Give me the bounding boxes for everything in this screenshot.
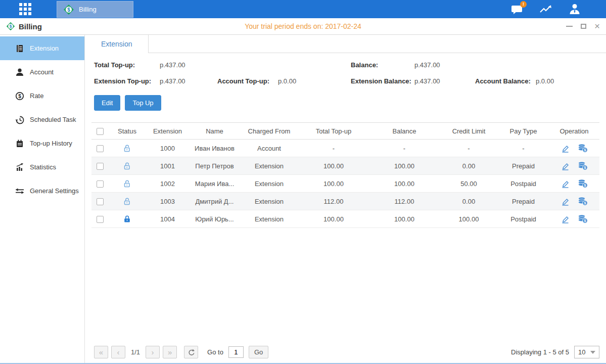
cell-pay-type: Prepaid [498,193,549,210]
page-size-select[interactable]: 10 [574,346,599,358]
table-header-row: Status Extension Name Charged From Total… [91,123,599,140]
tab-extension[interactable]: Extension [85,35,149,53]
cell-credit-limit: - [440,140,498,157]
main-content: Extension Total Top-up: p.437.00 Extensi… [85,35,606,363]
sidebar-item-general-settings[interactable]: General Settings [0,179,84,203]
header-balance: Balance [369,123,440,140]
billing-summary: Total Top-up: p.437.00 Extension Top-up:… [85,53,606,94]
topup-extension-icon[interactable]: $ [578,144,588,153]
cell-charged-from: Extension [240,193,298,210]
svg-text:$: $ [584,184,586,188]
user-button[interactable] [569,4,581,15]
cell-extension: 1000 [146,140,189,157]
sidebar-item-statistics[interactable]: Statistics [0,155,84,179]
header-status: Status [108,123,146,140]
account-topup-label: Account Top-up: [217,77,278,85]
cell-name: Юрий Юрь... [189,210,240,228]
cell-balance: - [369,140,440,157]
row-checkbox[interactable] [97,163,104,170]
svg-text:$: $ [584,219,586,223]
topup-extension-icon[interactable]: $ [578,214,588,223]
topbar-tab-billing[interactable]: $ Billing [57,1,133,18]
topup-extension-icon[interactable]: $ [578,179,588,188]
last-page-button[interactable]: » [163,346,177,358]
sidebar: Extension Account $ Rate [0,35,85,363]
extension-table-body: 1000 Иван Иванов Account - - - - [91,140,599,228]
row-checkbox[interactable] [97,198,104,205]
row-checkbox[interactable] [97,216,104,223]
cell-extension: 1004 [146,210,189,228]
cell-pay-type: - [498,140,549,157]
ledger-icon [15,44,24,53]
page-indicator: 1/1 [131,348,140,356]
status-lock-icon [123,161,131,169]
edit-button[interactable]: Edit [94,95,120,111]
close-icon[interactable]: × [594,22,600,30]
notifications-button[interactable]: ! [511,4,523,15]
maximize-icon[interactable] [581,22,586,30]
statistics-topbar-button[interactable] [539,4,552,14]
table-row[interactable]: 1003 Дмитрий Д... Extension 112.00 112.0… [91,193,599,210]
edit-extension-icon[interactable] [561,179,570,188]
minimize-icon[interactable] [566,22,573,30]
toolbar: Edit Top Up [94,95,606,111]
window-title: Billing [19,22,42,31]
table-row[interactable]: 1002 Мария Ива... Extension 100.00 100.0… [91,175,599,193]
sliders-icon [15,187,24,196]
cell-credit-limit: 50.00 [440,175,498,193]
sidebar-item-rate[interactable]: $ Rate [0,84,84,108]
edit-extension-icon[interactable] [561,144,570,153]
cell-charged-from: Extension [240,210,298,228]
account-balance-label: Account Balance: [475,77,536,85]
account-balance-value: p.0.00 [536,77,554,85]
next-page-button[interactable]: › [146,346,160,358]
svg-text:$: $ [584,166,586,170]
topup-extension-icon[interactable]: $ [578,161,588,170]
window-controls: × [566,22,600,30]
cell-extension: 1001 [146,157,189,175]
status-lock-icon [123,197,131,204]
refresh-button[interactable] [184,346,198,358]
cell-balance: 100.00 [369,157,440,175]
sidebar-item-account[interactable]: Account [0,60,84,84]
extension-table: Status Extension Name Charged From Total… [91,122,599,228]
extension-balance-label: Extension Balance: [351,77,414,85]
edit-extension-icon[interactable] [561,215,570,223]
first-page-button[interactable]: « [94,346,108,358]
topup-extension-icon[interactable]: $ [578,197,588,206]
sidebar-item-label: Scheduled Task [30,116,76,123]
table-row[interactable]: 1001 Петр Петров Extension 100.00 100.00… [91,157,599,175]
app-window: $ Billing ! [0,0,606,364]
prev-page-button[interactable]: ‹ [111,346,125,358]
table-row[interactable]: 1000 Иван Иванов Account - - - - [91,140,599,157]
cell-name: Иван Иванов [189,140,240,157]
cell-extension: 1003 [146,193,189,210]
row-checkbox[interactable] [97,145,104,152]
cell-credit-limit: 100.00 [440,210,498,228]
edit-extension-icon[interactable] [561,197,570,206]
line-chart-icon [539,4,552,14]
sidebar-item-extension[interactable]: Extension [0,36,84,60]
table-row[interactable]: 1004 Юрий Юрь... Extension 100.00 100.00… [91,210,599,228]
cell-pay-type: Prepaid [498,157,549,175]
cell-total-topup: 112.00 [298,193,369,210]
header-operation: Operation [549,123,599,140]
balance-value: p.437.00 [414,61,440,69]
goto-page-input[interactable] [228,346,244,358]
trial-notice: Your trial period ends on: 2017-02-24 [0,22,606,30]
sidebar-item-scheduled-task[interactable]: Scheduled Task [0,108,84,131]
go-button[interactable]: Go [249,346,268,358]
sidebar-item-topup-history[interactable]: Top-up History [0,131,84,155]
clock-history-icon [15,115,24,124]
cell-total-topup: 100.00 [298,210,369,228]
sidebar-item-label: Extension [30,44,59,52]
row-checkbox[interactable] [97,180,104,188]
cell-total-topup: 100.00 [298,175,369,193]
status-lock-icon [123,144,131,151]
select-all-checkbox[interactable] [97,128,104,135]
status-lock-icon [123,214,131,222]
page-size-value: 10 [578,348,585,356]
app-launcher-icon[interactable] [19,3,31,15]
edit-extension-icon[interactable] [561,162,570,170]
top-up-button[interactable]: Top Up [125,95,161,111]
